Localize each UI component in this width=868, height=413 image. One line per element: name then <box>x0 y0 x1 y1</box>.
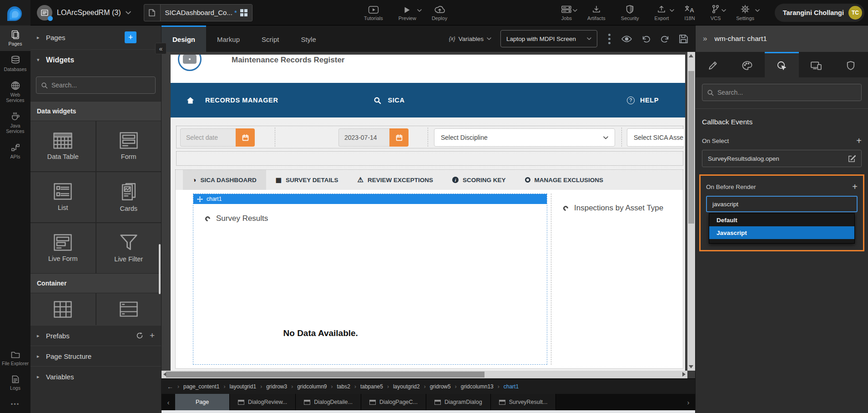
page-tab-surveyresult[interactable]: SurveyResult... <box>491 394 556 410</box>
scroll-right-icon[interactable] <box>682 372 686 377</box>
page-tab-dialogpage[interactable]: DialogPageC... <box>361 394 426 410</box>
rail-item-pages[interactable]: Pages <box>0 25 30 51</box>
settings-button[interactable]: Settings <box>736 4 754 21</box>
end-date-field[interactable]: 2023-07-14 <box>338 128 409 147</box>
breadcrumb-item[interactable]: page_content1 <box>183 383 219 390</box>
rail-item-web-services[interactable]: Web Services <box>0 76 30 107</box>
preview-eye-icon[interactable] <box>621 36 632 42</box>
discipline-select[interactable]: Select Discipline <box>434 128 615 147</box>
on-select-value-box[interactable]: SurveyResultsdialog.open <box>702 150 862 167</box>
breadcrumb-item[interactable]: gridrow5 <box>430 383 451 390</box>
page-tab-diagramdialog[interactable]: DiagramDialog <box>426 394 491 410</box>
variables-dropdown[interactable]: {x} Variables <box>449 36 491 42</box>
breadcrumb-back-icon[interactable]: ← <box>167 383 173 390</box>
on-before-render-input[interactable]: javascript <box>706 196 858 212</box>
widget-tile-live-filter[interactable]: Live Filter <box>96 223 161 273</box>
preview-button[interactable]: Preview <box>399 4 416 21</box>
tab-styles[interactable] <box>730 52 765 77</box>
events-search-input[interactable]: Search... <box>702 84 862 101</box>
widget-tile-list[interactable]: List <box>30 172 96 222</box>
canvas-vertical-scrollbar[interactable] <box>687 52 695 371</box>
widget-search-input[interactable]: Search... <box>36 76 156 94</box>
nav-sica[interactable]: SICA <box>388 97 404 104</box>
save-icon[interactable] <box>679 35 688 43</box>
breadcrumb-item[interactable]: gridrow3 <box>266 383 287 390</box>
open-page-tab[interactable]: SICADashboard_Co... * <box>144 4 252 21</box>
project-switcher[interactable]: LOArcSpeedRM (3) <box>37 5 131 20</box>
breadcrumb-item[interactable]: tabs2 <box>337 383 350 390</box>
page-structure-section-header[interactable]: ▸ Page Structure <box>30 346 161 366</box>
calendar-button[interactable] <box>236 128 255 147</box>
widget-tile-panel[interactable] <box>96 293 161 325</box>
tab-security[interactable] <box>833 52 868 77</box>
sica-asset-select[interactable]: Select SICA Asse <box>627 128 684 147</box>
breadcrumb-item[interactable]: gridcolumn9 <box>297 383 327 390</box>
rail-more-icon[interactable]: ••• <box>0 395 30 413</box>
canvas-horizontal-scrollbar[interactable] <box>161 371 687 378</box>
breadcrumb-item[interactable]: tabpane5 <box>360 383 383 390</box>
page-tab-dialogreview[interactable]: DialogReview... <box>230 394 296 410</box>
inspections-chart-widget[interactable]: Inspections by Asset Type <box>551 194 683 365</box>
tab-script[interactable]: Script <box>251 25 290 52</box>
variables-section-header[interactable]: ▸ Variables <box>30 366 161 387</box>
i18n-button[interactable]: A I18N <box>684 4 695 21</box>
dropdown-option-default[interactable]: Default <box>709 214 854 226</box>
scroll-down-icon[interactable] <box>689 365 693 368</box>
pages-section-header[interactable]: ▸ Pages + <box>30 25 161 49</box>
search-icon[interactable] <box>373 97 381 104</box>
scroll-up-icon[interactable] <box>689 54 693 57</box>
device-preview-select[interactable]: Laptop with MDPI Screen <box>500 30 597 47</box>
security-button[interactable]: Security <box>621 4 639 21</box>
add-prefab-button[interactable]: + <box>150 331 155 341</box>
breadcrumb-item[interactable]: layoutgrid1 <box>229 383 256 390</box>
user-menu[interactable]: Tarangini Chollangi TC <box>775 4 864 22</box>
deploy-button[interactable]: Deploy <box>432 4 447 21</box>
page-tab-page[interactable]: Page <box>175 394 230 410</box>
collapse-left-panel-button[interactable]: « <box>155 43 167 54</box>
widget-tile-cards[interactable]: Cards <box>96 172 161 222</box>
rail-item-apis[interactable]: APIs <box>0 138 30 164</box>
widgets-section-header[interactable]: ▾ Widgets <box>30 49 161 70</box>
app-tab-survey-details[interactable]: ▦ SURVEY DETAILS <box>266 170 348 190</box>
tab-devices[interactable] <box>799 52 833 77</box>
widget-tile-layout-grid[interactable] <box>30 293 96 325</box>
undo-icon[interactable] <box>642 35 651 43</box>
widget-tile-live-form[interactable]: Live Form <box>30 223 96 273</box>
refresh-icon[interactable] <box>136 332 143 339</box>
more-options-icon[interactable] <box>606 34 612 44</box>
tabs-scroll-right-icon[interactable]: › <box>681 394 695 410</box>
rail-item-databases[interactable]: Databases <box>0 51 30 76</box>
tabs-scroll-left-icon[interactable]: ‹ <box>161 394 175 410</box>
nav-records-manager[interactable]: RECORDS MANAGER <box>205 97 278 104</box>
left-panel-scrollbar[interactable] <box>159 244 161 294</box>
breadcrumb-item-active[interactable]: chart1 <box>504 383 519 390</box>
redo-icon[interactable] <box>661 35 669 43</box>
tab-design[interactable]: Design <box>161 25 206 52</box>
horizontal-scroll-thumb[interactable] <box>166 372 484 377</box>
rail-item-file-explorer[interactable]: File Explorer <box>0 346 30 371</box>
tab-events[interactable] <box>765 52 799 77</box>
artifacts-button[interactable]: Artifacts <box>587 4 606 21</box>
collapse-right-panel-icon[interactable]: » <box>703 34 707 43</box>
rail-item-java-services[interactable]: Java Services <box>0 107 30 138</box>
app-tab-scoring-key[interactable]: i SCORING KEY <box>443 170 515 190</box>
edit-icon[interactable] <box>848 155 856 163</box>
tutorials-button[interactable]: Tutorials <box>364 4 383 21</box>
tab-markup[interactable]: Markup <box>206 25 251 52</box>
calendar-button[interactable] <box>389 128 409 147</box>
add-on-select-handler-button[interactable]: + <box>856 136 862 145</box>
start-date-field[interactable]: Select date <box>180 128 255 147</box>
prefabs-section-header[interactable]: ▸ Prefabs + <box>30 325 161 346</box>
add-page-button[interactable]: + <box>125 31 136 43</box>
export-button[interactable]: Export <box>655 4 669 21</box>
studio-logo[interactable] <box>0 0 30 25</box>
tab-style[interactable]: Style <box>290 25 327 52</box>
chart1-selection-bar[interactable]: chart1 <box>193 194 547 204</box>
page-tab-dialogdetail[interactable]: DialogDetaile... <box>296 394 361 410</box>
app-tab-manage-exclusions[interactable]: MANAGE EXCLUSIONS <box>515 170 613 190</box>
widget-tile-form[interactable]: Form <box>96 121 161 171</box>
app-tab-sica-dashboard[interactable]: ◑ SICA DASHBOARD <box>183 170 266 190</box>
breadcrumb-item[interactable]: gridcolumn13 <box>461 383 494 390</box>
dropdown-option-javascript[interactable]: Javascript <box>709 226 854 239</box>
app-tab-review-exceptions[interactable]: ⚠ REVIEW EXCEPTIONS <box>348 170 443 190</box>
